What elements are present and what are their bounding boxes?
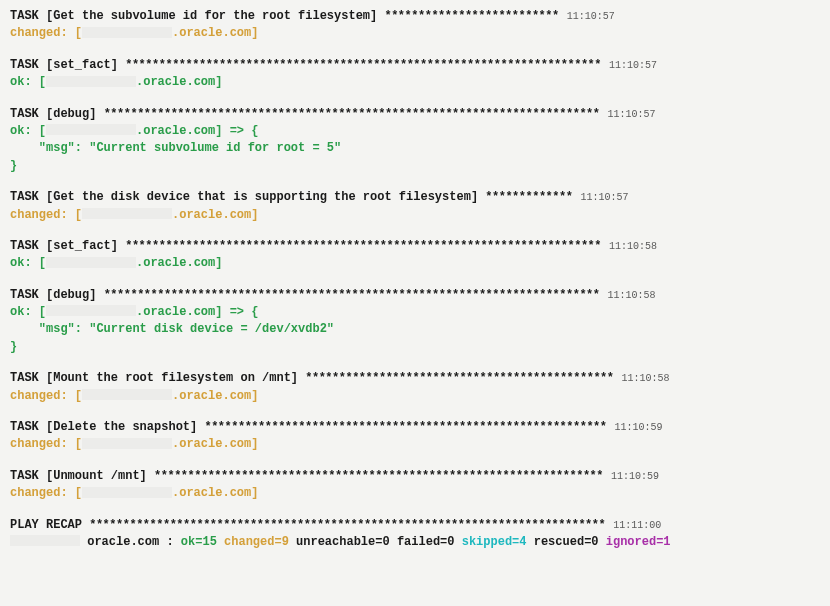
recap-sep: : (159, 535, 181, 549)
task-title-line: TASK [Mount the root filesystem on /mnt]… (10, 370, 614, 387)
host-redacted (82, 27, 172, 38)
task-timestamp: 11:10:59 (615, 421, 663, 436)
task-fill: ****************************************… (305, 371, 613, 385)
task-status-line: changed: [.oracle.com] (10, 207, 820, 224)
task-title-line: TASK [set_fact] ************************… (10, 57, 601, 74)
host-suffix: .oracle.com (172, 26, 251, 40)
task-title-text: TASK [Mount the root filesystem on /mnt] (10, 371, 305, 385)
task-fill: ****************************************… (125, 58, 601, 72)
host-suffix: .oracle.com (172, 486, 251, 500)
task-block: TASK [Delete the snapshot] *************… (10, 419, 820, 454)
status-prefix: ok: [ (10, 305, 46, 319)
task-header: TASK [Get the disk device that is suppor… (10, 189, 820, 206)
status-close: ] (251, 26, 258, 40)
task-timestamp: 11:10:57 (609, 59, 657, 74)
status-prefix: changed: [ (10, 486, 82, 500)
task-header: TASK [debug] ***************************… (10, 106, 820, 123)
task-block: TASK [debug] ***************************… (10, 106, 820, 176)
task-block: TASK [set_fact] ************************… (10, 57, 820, 92)
recap-host-redacted (10, 535, 80, 546)
task-title-line: TASK [Delete the snapshot] *************… (10, 419, 607, 436)
task-header: TASK [set_fact] ************************… (10, 57, 820, 74)
status-close: ] (251, 437, 258, 451)
host-redacted (46, 305, 136, 316)
task-block: TASK [set_fact] ************************… (10, 238, 820, 273)
host-suffix: .oracle.com (136, 256, 215, 270)
host-suffix: .oracle.com (172, 389, 251, 403)
host-redacted (82, 438, 172, 449)
host-redacted (46, 124, 136, 135)
task-title-text: TASK [debug] (10, 288, 104, 302)
status-prefix: changed: [ (10, 26, 82, 40)
status-close: ] => { (215, 124, 258, 138)
status-prefix: changed: [ (10, 389, 82, 403)
task-block: TASK [Mount the root filesystem on /mnt]… (10, 370, 820, 405)
task-block: TASK [debug] ***************************… (10, 287, 820, 357)
recap-summary-line: oracle.com : ok=15 changed=9 unreachable… (10, 534, 820, 551)
task-header: TASK [Delete the snapshot] *************… (10, 419, 820, 436)
task-title-line: TASK [set_fact] ************************… (10, 238, 601, 255)
task-timestamp: 11:10:58 (609, 240, 657, 255)
task-timestamp: 11:10:58 (608, 289, 656, 304)
host-suffix: .oracle.com (172, 437, 251, 451)
status-prefix: changed: [ (10, 437, 82, 451)
task-title-text: TASK [Get the subvolume id for the root … (10, 9, 384, 23)
task-block: TASK [Get the disk device that is suppor… (10, 189, 820, 224)
host-suffix: .oracle.com (136, 124, 215, 138)
task-title-text: TASK [Unmount /mnt] (10, 469, 154, 483)
status-prefix: ok: [ (10, 256, 46, 270)
task-title-line: TASK [Get the subvolume id for the root … (10, 8, 559, 25)
recap-title-text: PLAY RECAP (10, 518, 89, 532)
task-title-line: TASK [debug] ***************************… (10, 106, 600, 123)
status-prefix: ok: [ (10, 124, 46, 138)
task-fill: ************* (485, 190, 572, 204)
debug-msg-line: "msg": "Current disk device = /dev/xvdb2… (10, 321, 820, 338)
status-close: ] (251, 486, 258, 500)
recap-changed: changed=9 (224, 535, 289, 549)
host-redacted (46, 76, 136, 87)
task-fill: ****************************************… (104, 288, 600, 302)
recap-rescued: rescued=0 (534, 535, 599, 549)
play-recap-block: PLAY RECAP *****************************… (10, 517, 820, 552)
task-status-line: changed: [.oracle.com] (10, 25, 820, 42)
task-timestamp: 11:10:57 (567, 10, 615, 25)
recap-title-line: PLAY RECAP *****************************… (10, 517, 605, 534)
host-suffix: .oracle.com (172, 208, 251, 222)
task-status-line: ok: [.oracle.com] (10, 255, 820, 272)
task-status-line: changed: [.oracle.com] (10, 485, 820, 502)
host-redacted (82, 208, 172, 219)
host-suffix: .oracle.com (136, 305, 215, 319)
task-title-text: TASK [set_fact] (10, 58, 125, 72)
recap-ok: ok=15 (181, 535, 217, 549)
status-prefix: ok: [ (10, 75, 46, 89)
task-status-line: ok: [.oracle.com] => { (10, 304, 820, 321)
recap-fill: ****************************************… (89, 518, 605, 532)
task-header: TASK [Mount the root filesystem on /mnt]… (10, 370, 820, 387)
task-header: TASK [debug] ***************************… (10, 287, 820, 304)
status-close: ] (251, 208, 258, 222)
task-header: TASK [Unmount /mnt] ********************… (10, 468, 820, 485)
status-close: ] (215, 256, 222, 270)
recap-timestamp: 11:11:00 (613, 519, 661, 534)
task-header: TASK [set_fact] ************************… (10, 238, 820, 255)
task-title-line: TASK [Get the disk device that is suppor… (10, 189, 572, 206)
task-header: TASK [Get the subvolume id for the root … (10, 8, 820, 25)
host-redacted (82, 389, 172, 400)
task-fill: ************************** (384, 9, 558, 23)
task-title-text: TASK [debug] (10, 107, 104, 121)
task-fill: ****************************************… (104, 107, 600, 121)
task-status-line: changed: [.oracle.com] (10, 388, 820, 405)
host-redacted (46, 257, 136, 268)
task-status-line: ok: [.oracle.com] => { (10, 123, 820, 140)
debug-close-brace: } (10, 158, 820, 175)
status-prefix: changed: [ (10, 208, 82, 222)
status-close: ] (251, 389, 258, 403)
task-timestamp: 11:10:57 (608, 108, 656, 123)
task-fill: ****************************************… (125, 239, 601, 253)
recap-skipped: skipped=4 (462, 535, 527, 549)
task-title-line: TASK [debug] ***************************… (10, 287, 600, 304)
host-redacted (82, 487, 172, 498)
task-title-line: TASK [Unmount /mnt] ********************… (10, 468, 603, 485)
task-status-line: ok: [.oracle.com] (10, 74, 820, 91)
recap-host-suffix: oracle.com (80, 535, 159, 549)
